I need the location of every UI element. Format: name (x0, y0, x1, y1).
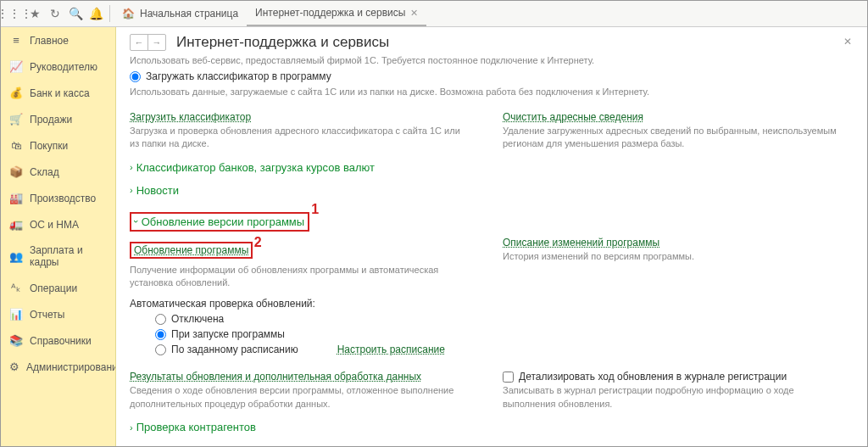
tab-services[interactable]: Интернет-поддержка и сервисы ✕ (247, 1, 426, 26)
radio-schedule[interactable]: По заданному расписанию (155, 344, 298, 355)
sidebar-icon: 🛍 (9, 139, 23, 152)
sidebar: ≡Главное📈Руководителю💰Банк и касса🛒Прода… (1, 27, 116, 447)
sidebar-label: Производство (30, 193, 96, 204)
sidebar-icon: 🚛 (9, 218, 23, 231)
bell-icon[interactable]: 🔔 (86, 3, 106, 24)
sidebar-item[interactable]: 🛍Покупки (1, 132, 115, 159)
back-button[interactable]: ← (131, 35, 148, 50)
changes-desc-text: История изменений по версиям программы. (503, 250, 842, 263)
annotation-2: 2 (254, 235, 262, 249)
sidebar-icon: 🛒 (9, 113, 23, 126)
radio-schedule-input[interactable] (155, 344, 166, 355)
auto-check-label: Автоматическая проверка обновлений: (130, 298, 854, 310)
highlight-box-1: › Обновление версии программы (130, 212, 309, 232)
forward-button[interactable]: → (148, 35, 165, 50)
intro-text-2: Использовать данные, загружаемые с сайта… (130, 86, 854, 98)
clear-address-link[interactable]: Очистить адресные сведения (503, 111, 643, 123)
exp-label: Классификатор банков, загрузка курсов ва… (136, 161, 375, 174)
expander-contragents[interactable]: ›Проверка контрагентов (130, 421, 854, 433)
sidebar-label: Справочники (30, 335, 92, 347)
radio-schedule-row: По заданному расписанию Настроить распис… (155, 344, 854, 355)
intro-text-1: Использовать веб-сервис, предоставляемый… (130, 54, 854, 67)
sidebar-item[interactable]: 💰Банк и касса (1, 80, 115, 106)
load-classifier-link[interactable]: Загрузить классификатор (130, 111, 251, 123)
sidebar-item[interactable]: 📦Склад (1, 159, 115, 185)
sidebar-label: Руководителю (30, 61, 97, 73)
sidebar-item[interactable]: ᴬₖОперации (1, 275, 115, 301)
radio-disabled-input[interactable] (155, 314, 166, 325)
radio-load-classifier[interactable]: Загружать классификатор в программу (130, 70, 854, 82)
changes-desc-link[interactable]: Описание изменений программы (503, 237, 659, 249)
radio-load-input[interactable] (130, 71, 141, 82)
chevron-right-icon: › (130, 422, 133, 433)
sidebar-label: Главное (30, 35, 69, 47)
exp-label: 1СПАРК Риски (136, 444, 213, 447)
detail-log-input[interactable] (503, 372, 514, 383)
sidebar-icon: ᴬₖ (9, 282, 23, 294)
sidebar-item[interactable]: 🚛ОС и НМА (1, 211, 115, 237)
sidebar-item[interactable]: 🏭Производство (1, 185, 115, 211)
sidebar-label: ОС и НМА (30, 219, 79, 231)
sidebar-item[interactable]: 📚Справочники (1, 327, 115, 354)
update-program-link[interactable]: Обновление программы (134, 244, 248, 256)
sidebar-label: Операции (30, 282, 77, 294)
annotation-1: 1 (311, 202, 319, 217)
sidebar-item[interactable]: 📈Руководителю (1, 53, 115, 80)
sidebar-icon: 💰 (9, 87, 23, 99)
update-results-link[interactable]: Результаты обновления и дополнительная о… (130, 371, 421, 383)
update-program-desc: Получение информации об обновлениях прог… (130, 264, 469, 290)
apps-icon[interactable]: ⋮⋮⋮ (4, 3, 25, 24)
radio-on-start-input[interactable] (155, 329, 166, 340)
load-classifier-desc: Загрузка и проверка обновления адресного… (130, 125, 469, 151)
page-title: Интернет-поддержка и сервисы (176, 34, 389, 51)
chevron-right-icon: › (130, 185, 133, 195)
sidebar-label: Банк и касса (30, 87, 90, 99)
expander-news[interactable]: ›Новости (130, 184, 854, 197)
nav-buttons: ← → (130, 34, 166, 51)
sidebar-item[interactable]: ⚙Администрирование (1, 354, 115, 380)
expander-banks[interactable]: ›Классификатор банков, загрузка курсов в… (130, 161, 854, 174)
sidebar-icon: ⚙ (9, 360, 19, 373)
sidebar-icon: 📊 (9, 308, 23, 321)
star-icon[interactable]: ★ (25, 3, 45, 24)
radio-on-start[interactable]: При запуске программы (155, 328, 854, 340)
update-results-desc: Сведения о ходе обновления версии програ… (130, 384, 469, 411)
sidebar-item[interactable]: ≡Главное (1, 27, 115, 53)
exp-label: Новости (136, 184, 179, 197)
chevron-right-icon: › (130, 162, 133, 172)
sidebar-item[interactable]: 📊Отчеты (1, 301, 115, 327)
sidebar-item[interactable]: 👥Зарплата и кадры (1, 237, 115, 275)
sidebar-icon: 📈 (9, 60, 23, 73)
radio-label: При запуске программы (171, 328, 285, 340)
sidebar-label: Администрирование (26, 361, 116, 373)
detail-log-checkbox[interactable]: Детализировать ход обновления в журнале … (503, 371, 842, 383)
sidebar-label: Продажи (30, 114, 72, 126)
sidebar-label: Зарплата и кадры (30, 244, 107, 268)
close-tab-icon[interactable]: ✕ (410, 8, 418, 19)
radio-label: Отключена (171, 313, 224, 325)
configure-schedule-link[interactable]: Настроить расписание (337, 344, 445, 355)
search-icon[interactable]: 🔍 (65, 3, 86, 24)
sidebar-icon: 📦 (9, 165, 23, 178)
detail-log-desc: Записывать в журнал регистрации подробну… (503, 384, 842, 411)
history-icon[interactable]: ↻ (45, 3, 65, 24)
expander-spark[interactable]: ›1СПАРК Риски (130, 444, 854, 447)
sidebar-icon: 📚 (9, 334, 23, 347)
checkbox-label: Детализировать ход обновления в журнале … (519, 371, 787, 383)
close-page-icon[interactable]: ✕ (843, 36, 852, 47)
sidebar-icon: 👥 (9, 250, 23, 263)
chevron-down-icon: › (131, 220, 142, 223)
main-content: ✕ ← → Интернет-поддержка и сервисы Испол… (116, 27, 867, 447)
home-icon: 🏠 (122, 8, 135, 20)
top-toolbar: ⋮⋮⋮ ★ ↻ 🔍 🔔 🏠 Начальная страница Интерне… (1, 1, 867, 27)
sidebar-icon: 🏭 (9, 192, 23, 204)
sidebar-label: Склад (30, 166, 59, 178)
clear-address-desc: Удаление загруженных адресных сведений п… (503, 125, 842, 151)
tab-home[interactable]: 🏠 Начальная страница (114, 2, 247, 25)
tab-services-label: Интернет-поддержка и сервисы (255, 7, 405, 19)
exp-label: Проверка контрагентов (136, 421, 256, 433)
expander-update-version[interactable]: Обновление версии программы (142, 215, 304, 228)
sidebar-item[interactable]: 🛒Продажи (1, 106, 115, 132)
radio-load-label: Загружать классификатор в программу (146, 70, 331, 82)
radio-disabled[interactable]: Отключена (155, 313, 854, 325)
